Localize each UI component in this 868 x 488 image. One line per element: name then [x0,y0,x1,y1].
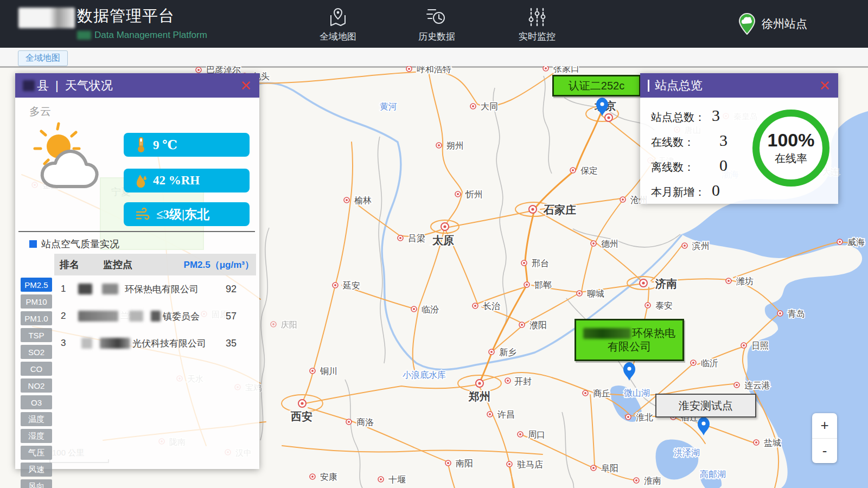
overview-panel-close-icon[interactable]: ✕ [819,79,831,93]
svg-text:朔州: 朔州 [446,141,464,150]
svg-text:临汾: 临汾 [422,305,439,314]
thermometer-icon [136,137,146,153]
stat-new-this-month: 本月新增： 0 [651,181,720,200]
svg-text:日照: 日照 [751,341,769,350]
metric-tab-湿度[interactable]: 湿度 [21,429,52,443]
svg-text:高邮湖: 高邮湖 [700,470,726,479]
marker-name-redact [583,328,631,339]
site-name-redact [151,311,161,322]
metric-tab-O3[interactable]: O3 [21,395,52,409]
stat-online-count: 在线数： 3 [651,131,727,150]
title-block: 数据管理平台 Data Management Platform [77,5,207,41]
col-pm25: PM2.5（μg/m³） [168,259,256,271]
nav-label: 实时监控 [505,30,570,43]
metric-tab-风向[interactable]: 风向 [21,479,52,488]
svg-text:黄河: 黄河 [380,102,397,111]
svg-text:盐城: 盐城 [764,438,781,447]
row-site-name: 环保热电有限公司 [78,283,226,296]
metric-tab-气压[interactable]: 气压 [21,446,52,460]
tab-global-map[interactable]: 全域地图 [18,50,68,66]
svg-text:新乡: 新乡 [499,348,516,357]
online-rate-ring: 100% 在线率 [752,110,829,187]
title-separator: | [55,79,59,93]
nav-label: 全域地图 [305,30,371,43]
zoom-out-button[interactable]: - [812,439,837,464]
county-suffix: 县 [37,78,49,94]
table-row[interactable]: 3 光伏科技有限公司 35 [54,330,256,357]
sliders-icon [526,7,548,28]
nav-item-history-data[interactable]: 历史数据 [404,7,469,43]
svg-text:微山湖: 微山湖 [624,388,650,397]
app-header: 数据管理平台 Data Management Platform 全域地图 [0,0,868,48]
map-water-label: 微山湖 [624,388,650,397]
map-marker-huaian-test-point[interactable]: 淮安测试点 [655,394,756,418]
station-name: 徐州站点 [762,16,807,31]
map-marker-thermal-power-site[interactable]: 环保热电 有限公司 [575,319,684,361]
station-selector[interactable]: 徐州站点 [738,13,807,35]
svg-text:开封: 开封 [514,377,532,386]
site-name-redact [129,311,143,322]
svg-text:安康: 安康 [320,472,337,481]
table-row[interactable]: 2 镇委员会 57 [54,303,256,330]
metric-tab-温度[interactable]: 温度 [21,412,52,426]
row-site-name: 镇委员会 [78,310,226,323]
nav-item-global-map[interactable]: 全域地图 [305,7,371,43]
svg-text:呼和浩特: 呼和浩特 [417,66,451,74]
svg-text:滨州: 滨州 [692,241,710,251]
humidity-button[interactable]: 42 %RH [124,169,250,192]
svg-text:临沂: 临沂 [701,358,718,368]
logo [18,8,75,28]
air-quality-section-title: 站点空气质量实况 [29,237,119,251]
metric-tab-SO2[interactable]: SO2 [21,345,52,359]
site-name-redact [78,311,118,322]
logo-redact-small [77,31,91,40]
panel-divider [18,231,255,232]
weather-condition: 多云 [29,104,51,119]
app-root: 数据管理平台 Data Management Platform 全域地图 [0,0,868,488]
marker-line1: 环保热电 [583,326,675,340]
metric-tab-TSP[interactable]: TSP [21,328,52,342]
site-name-redact [100,338,130,349]
overview-panel-header: 站点总览 ✕ [640,73,838,98]
svg-text:濮阳: 濮阳 [529,320,547,330]
overview-panel-body: 站点总数： 3 在线数： 3 离线数： 0 本月新增： 0 100% 在线率 [640,98,838,204]
stat-offline-count: 离线数： 0 [651,156,727,175]
map-water-label: 洪泽湖 [674,448,700,457]
svg-text:太原: 太原 [432,234,454,246]
temperature-button[interactable]: 9 ℃ [124,133,250,157]
row-rank: 2 [54,311,78,322]
svg-text:张家口: 张家口 [553,66,579,73]
humidity-value: 42 %RH [153,174,200,188]
marker-label: 认证二252c [569,79,624,93]
svg-text:保定: 保定 [580,166,598,175]
map-marker-certified-site[interactable]: 认证二252c [552,75,641,97]
svg-text:郑州: 郑州 [468,390,490,402]
svg-text:驻马店: 驻马店 [517,460,543,469]
metric-tab-PM10[interactable]: PM10 [21,294,52,309]
wind-button[interactable]: ≤3级|东北 [124,202,250,226]
metric-tab-PM1.0[interactable]: PM1.0 [21,311,52,325]
weather-panel-title: 天气状况 [65,78,113,94]
metric-tab-CO[interactable]: CO [21,362,52,376]
blue-square-bullet [29,240,37,248]
weather-panel-close-icon[interactable]: ✕ [240,79,252,93]
row-rank: 1 [54,284,78,294]
metric-tab-NO2[interactable]: NO2 [21,378,52,393]
svg-text:南阳: 南阳 [456,459,473,468]
nav-label: 历史数据 [404,30,469,43]
zoom-in-button[interactable]: + [812,413,837,439]
table-row[interactable]: 1 环保热电有限公司 92 [54,275,256,303]
svg-text:邢台: 邢台 [532,259,549,268]
metric-tab-PM2.5[interactable]: PM2.5 [21,278,52,292]
nav-item-realtime-monitor[interactable]: 实时监控 [505,7,570,43]
svg-text:大同: 大同 [481,102,498,111]
svg-text:连云港: 连云港 [744,381,770,390]
metric-tab-风速[interactable]: 风速 [21,463,52,477]
overview-panel: 站点总览 ✕ 站点总数： 3 在线数： 3 离线数： 0 本月新增： [640,73,838,203]
svg-text:德州: 德州 [601,239,618,248]
map-water-label: 小浪底水库 [403,370,446,380]
county-name-redact [23,80,35,91]
svg-text:吕梁: 吕梁 [408,234,425,243]
wind-icon [136,208,150,221]
app-subtitle: Data Management Platform [77,30,207,41]
